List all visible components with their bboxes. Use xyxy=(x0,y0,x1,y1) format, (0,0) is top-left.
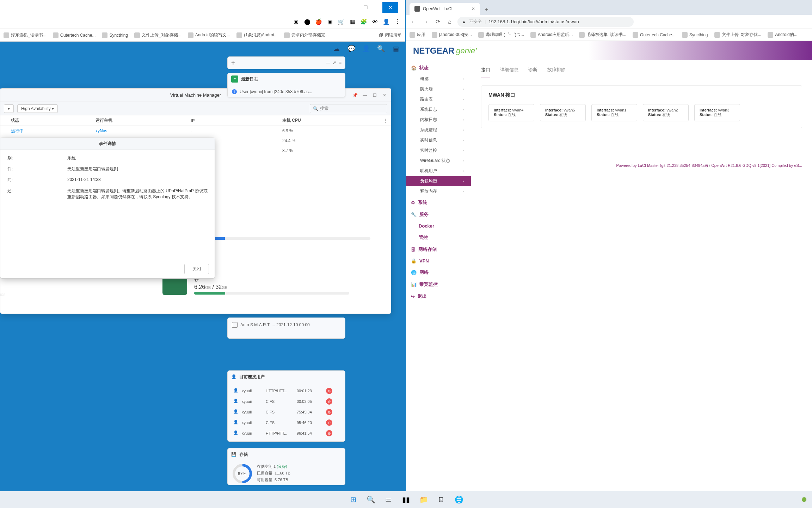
disconnect-button[interactable]: ⊖ xyxy=(326,398,332,405)
store-button[interactable]: 🗓 xyxy=(434,492,448,507)
search-button[interactable]: 🔍 xyxy=(364,492,378,507)
sidebar-section-network[interactable]: 🌐 网络 xyxy=(406,266,471,278)
bookmark-item[interactable]: 文件上传_对象存储... xyxy=(714,32,762,38)
widgets-button[interactable]: ▮▮ xyxy=(399,492,413,507)
smart-entry[interactable]: Auto S.M.A.R.T. ... 2021-12-10 00:00 xyxy=(232,321,341,329)
sidebar-item[interactable]: 概览› xyxy=(406,74,471,84)
sidebar-item[interactable]: 路由表› xyxy=(406,94,471,104)
bookmark-item[interactable]: Outertech Cache... xyxy=(53,32,96,38)
forward-button[interactable]: → xyxy=(422,18,430,26)
menu-icon[interactable]: ≡ xyxy=(339,60,342,65)
tab-troubleshoot[interactable]: 故障排除 xyxy=(547,67,566,75)
checkbox-icon[interactable] xyxy=(232,322,238,328)
menu-icon[interactable]: ⋮ xyxy=(393,18,402,26)
bookmark-item[interactable]: 应用 xyxy=(410,32,425,38)
explorer-button[interactable]: 📁 xyxy=(417,492,431,507)
chrome-button[interactable]: 🌐 xyxy=(452,492,466,507)
sidebar-section-system[interactable]: ⚙ 系统 xyxy=(406,196,471,208)
disconnect-button[interactable]: ⊖ xyxy=(326,419,332,426)
tray-icon[interactable]: 🟢 xyxy=(801,497,807,502)
user-row[interactable]: 👤 xyuuii HTTP/HTT... 96:41:54 ⊖ xyxy=(232,428,341,439)
ext-icon-5[interactable]: 🛒 xyxy=(337,18,345,26)
ext-icon-1[interactable]: ◉ xyxy=(292,18,300,26)
ext-icon-8[interactable]: 👁 xyxy=(371,18,379,26)
system-tray[interactable]: 🟢 xyxy=(801,497,807,502)
tab-detail[interactable]: 详细信息 xyxy=(500,67,518,75)
close-icon[interactable]: ✕ xyxy=(381,92,388,99)
sidebar-section-bandwidth[interactable]: 📊 带宽监控 xyxy=(406,278,471,290)
sidebar-section-control[interactable]: 管控 xyxy=(406,231,471,243)
sidebar-section-docker[interactable]: Docker xyxy=(406,220,471,231)
home-button[interactable]: ⌂ xyxy=(445,18,454,26)
reading-list-button[interactable]: 🗐阅读清单 xyxy=(379,32,402,38)
bookmark-item[interactable]: 毛泽东选集_读读书... xyxy=(579,32,626,38)
maximize-icon[interactable]: ☐ xyxy=(371,92,378,99)
tab-interface[interactable]: 接口 xyxy=(481,67,490,78)
bookmark-item[interactable]: (1条消息)Androi... xyxy=(236,32,277,38)
user-row[interactable]: 👤 xyuuii CIFS 00:03:05 ⊖ xyxy=(232,396,341,407)
tab-diagnose[interactable]: 诊断 xyxy=(528,67,537,75)
minimize-icon[interactable]: — xyxy=(361,92,368,99)
disconnect-button[interactable]: ⊖ xyxy=(326,388,332,394)
bookmark-item[interactable]: Outertech Cache... xyxy=(633,32,676,38)
bookmark-item[interactable]: 泽东选集_读读书... xyxy=(4,32,47,38)
reload-button[interactable]: ⟳ xyxy=(433,18,442,26)
bookmark-item[interactable]: Android的读写文... xyxy=(188,32,230,38)
footer-luci-link[interactable]: Powered by LuCI Master (git-21.238.35254… xyxy=(616,163,708,168)
bookmark-item[interactable]: Syncthing xyxy=(102,32,128,38)
avatar-icon[interactable]: 👤 xyxy=(382,18,390,26)
sidebar-section-logout[interactable]: ↪ 退出 xyxy=(406,290,471,302)
sidebar-item[interactable]: WireGuard 状态› xyxy=(406,156,471,166)
user-row[interactable]: 👤 xyuuii HTTP/HTT... 00:01:23 ⊖ xyxy=(232,386,341,396)
sidebar-section-services[interactable]: 🔧 服务 xyxy=(406,208,471,220)
log-entry[interactable]: i User [xyuuii] from [240e:358:b706:ac..… xyxy=(232,88,341,96)
bookmark-item[interactable]: Syncthing xyxy=(682,32,708,38)
user-row[interactable]: 👤 xyuuii CIFS 95:46:20 ⊖ xyxy=(232,417,341,428)
event-title[interactable]: 事件详情 xyxy=(0,138,215,150)
bookmark-item[interactable]: Android的... xyxy=(768,32,797,38)
sidebar-item[interactable]: 负载均衡› xyxy=(406,176,471,186)
expand-icon[interactable]: ⤢ xyxy=(333,60,336,65)
sidebar-item[interactable]: 系统进程› xyxy=(406,125,471,135)
close-button[interactable]: ✕ xyxy=(382,2,398,13)
sidebar-item[interactable]: 系统日志› xyxy=(406,104,471,115)
maximize-button[interactable]: ☐ xyxy=(358,2,374,13)
event-close-button[interactable]: 关闭 xyxy=(184,264,209,274)
cloud-icon[interactable]: ☁ xyxy=(332,44,341,53)
ha-button[interactable]: High Availability ▾ xyxy=(17,104,58,113)
sidebar-section-status[interactable]: 🏠 状态 xyxy=(406,62,471,74)
minimize-button[interactable]: — xyxy=(333,2,349,13)
sidebar-item[interactable]: 防火墙› xyxy=(406,84,471,94)
ext-icon-3[interactable]: 🍎 xyxy=(314,18,323,26)
tab-close-icon[interactable]: ✕ xyxy=(472,6,475,11)
bookmark-item[interactable]: 哔哩哔哩 (゜-゜)つ... xyxy=(478,32,524,38)
ext-icon-2[interactable]: ⬤ xyxy=(303,18,312,26)
footer-openwrt-link[interactable]: OpenWrt R21.8.6 GDQ v9.1[2021] Compiled … xyxy=(711,163,802,168)
add-widget-button[interactable]: + xyxy=(231,59,235,67)
sidebar-item[interactable]: 实时监控› xyxy=(406,145,471,156)
chat-icon[interactable]: 💬 xyxy=(347,44,356,53)
pin-icon[interactable]: 📌 xyxy=(351,92,358,99)
minimize-icon[interactable]: — xyxy=(326,60,330,65)
disconnect-button[interactable]: ⊖ xyxy=(326,409,332,415)
bookmark-item[interactable]: 文件上传_对象存储... xyxy=(134,32,182,38)
widgets-icon[interactable]: ▤ xyxy=(392,44,400,53)
search-icon[interactable]: 🔍 xyxy=(377,44,385,53)
ext-icon-6[interactable]: ▦ xyxy=(348,18,357,26)
col-status[interactable]: 状态 xyxy=(0,117,96,123)
browser-tab[interactable]: OpenWrt - LuCI ✕ xyxy=(410,3,480,15)
start-button[interactable]: ⊞ xyxy=(346,492,360,507)
ext-icon-4[interactable]: ▣ xyxy=(326,18,334,26)
new-tab-button[interactable]: + xyxy=(481,4,492,15)
ext-icon-7[interactable]: 🧩 xyxy=(359,18,368,26)
task-view-button[interactable]: ▭ xyxy=(381,492,395,507)
bookmark-item[interactable]: 安卓内外部存储完... xyxy=(284,32,329,38)
bookmark-item[interactable]: [android-003]安... xyxy=(432,32,472,38)
user-row[interactable]: 👤 xyuuii CIFS 75:45:34 ⊖ xyxy=(232,407,341,417)
sidebar-item[interactable]: 实时信息› xyxy=(406,135,471,145)
sidebar-item[interactable]: 内核日志› xyxy=(406,115,471,125)
sidebar-item[interactable]: 联机用户› xyxy=(406,166,471,176)
sidebar-section-vpn[interactable]: 🔒 VPN xyxy=(406,255,471,266)
user-icon[interactable]: 👤 xyxy=(362,44,370,53)
dropdown-button[interactable]: ▾ xyxy=(4,104,14,113)
